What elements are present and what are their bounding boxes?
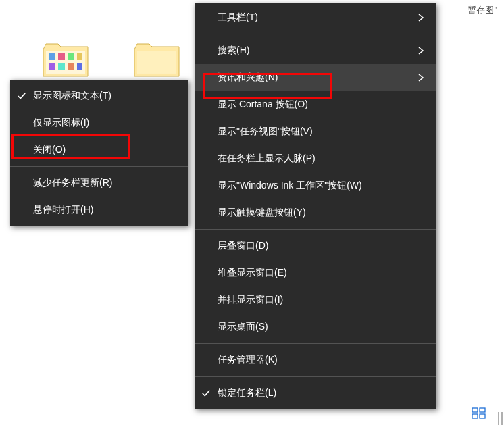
taskbar-separator-icon [498,412,503,425]
menu-label: 锁定任务栏(L) [218,387,427,399]
menu-label: 显示触摸键盘按钮(Y) [218,207,427,219]
chevron-right-icon [415,13,427,22]
menu-item-cascade[interactable]: 层叠窗口(D) [195,232,436,259]
menu-item-stacked[interactable]: 堆叠显示窗口(E) [195,259,436,286]
svg-rect-4 [77,53,82,60]
menu-label: 工具栏(T) [218,11,415,24]
menu-label: 显示桌面(S) [218,321,427,333]
svg-rect-13 [480,414,485,418]
sub-item-reduce-updates[interactable]: 减少任务栏更新(R) [10,170,188,197]
menu-label: 减少任务栏更新(R) [33,177,179,189]
menu-separator [195,229,436,230]
background-text-fragment: 暂存图" [468,4,497,16]
news-interests-submenu: 显示图标和文本(T) 仅显示图标(I) 关闭(O) 减少任务栏更新(R) 悬停时… [10,80,188,226]
desktop-folder-icon[interactable] [133,43,180,78]
svg-rect-11 [480,408,485,412]
menu-item-touch-keyboard[interactable]: 显示触摸键盘按钮(Y) [195,199,436,226]
menu-item-ink[interactable]: 显示"Windows Ink 工作区"按钮(W) [195,172,436,199]
sub-item-close[interactable]: 关闭(O) [10,136,188,164]
menu-label: 仅显示图标(I) [33,117,179,129]
menu-separator [195,376,436,377]
menu-label: 在任务栏上显示人脉(P) [218,153,427,165]
menu-item-task-manager[interactable]: 任务管理器(K) [195,347,436,374]
chevron-right-icon [415,46,427,55]
menu-item-taskview[interactable]: 显示"任务视图"按钮(V) [195,118,436,145]
menu-item-lock-taskbar[interactable]: 锁定任务栏(L) [195,380,436,407]
svg-rect-10 [472,408,478,412]
sub-item-icons-only[interactable]: 仅显示图标(I) [10,109,188,136]
menu-label: 并排显示窗口(I) [218,294,427,306]
menu-item-people[interactable]: 在任务栏上显示人脉(P) [195,145,436,172]
svg-rect-12 [472,414,478,418]
desktop-folder-icon[interactable] [42,43,89,78]
svg-rect-6 [58,63,65,70]
menu-label: 关闭(O) [33,144,179,156]
svg-rect-7 [68,63,74,70]
menu-label: 显示"Windows Ink 工作区"按钮(W) [218,180,427,192]
taskbar-grid-view-icon[interactable] [472,407,486,423]
menu-label: 搜索(H) [218,45,415,57]
menu-item-search[interactable]: 搜索(H) [195,37,436,64]
chevron-right-icon [415,73,427,82]
menu-label: 堆叠显示窗口(E) [218,267,427,279]
menu-label: 显示图标和文本(T) [33,90,179,102]
menu-separator [10,166,188,167]
menu-item-side-by-side[interactable]: 并排显示窗口(I) [195,286,436,313]
menu-label: 显示"任务视图"按钮(V) [218,126,427,138]
sub-item-open-on-hover[interactable]: 悬停时打开(H) [10,197,188,224]
menu-item-cortana[interactable]: 显示 Cortana 按钮(O) [195,91,436,118]
menu-item-toolbars[interactable]: 工具栏(T) [195,4,436,31]
menu-label: 显示 Cortana 按钮(O) [218,99,427,111]
taskbar-context-menu: 工具栏(T) 搜索(H) 资讯和兴趣(N) 显示 Cortana 按钮(O) 显… [195,3,436,409]
svg-rect-2 [58,53,65,60]
svg-rect-9 [137,51,176,74]
menu-label: 任务管理器(K) [218,354,427,366]
checkmark-icon [10,91,33,101]
sub-item-show-icons-text[interactable]: 显示图标和文本(T) [10,82,188,109]
menu-label: 悬停时打开(H) [33,204,179,216]
menu-label: 层叠窗口(D) [218,240,427,252]
menu-label: 资讯和兴趣(N) [218,72,415,84]
svg-rect-1 [49,53,55,60]
svg-rect-5 [49,63,55,70]
menu-item-news-interests[interactable]: 资讯和兴趣(N) [195,64,436,91]
menu-separator [195,34,436,34]
svg-rect-3 [68,53,74,60]
checkmark-icon [195,388,218,398]
menu-separator [195,343,436,344]
svg-rect-8 [77,63,82,70]
menu-item-show-desktop[interactable]: 显示桌面(S) [195,313,436,341]
